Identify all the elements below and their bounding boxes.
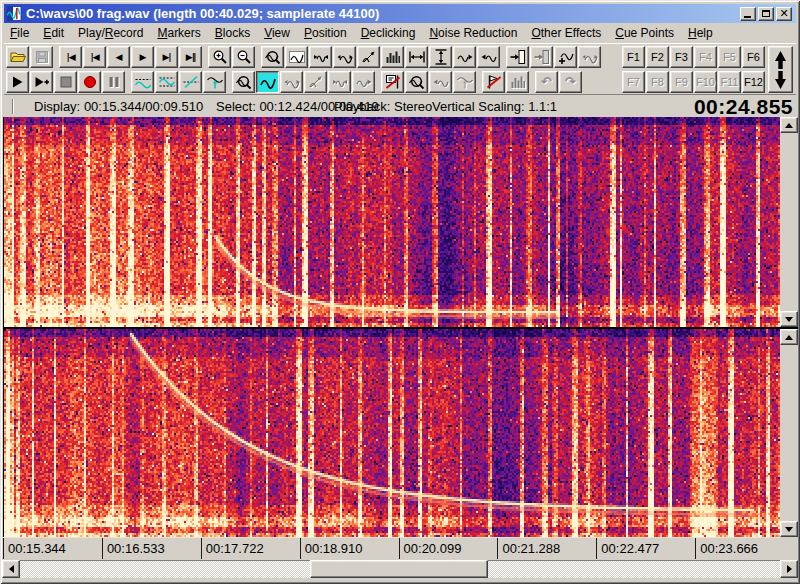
block-boundaries-button[interactable] [333, 46, 356, 68]
scroll-up-button[interactable] [780, 329, 798, 345]
scrollbar-thumb[interactable] [310, 560, 488, 578]
zoom-in-button[interactable] [208, 46, 231, 68]
goto-start-button[interactable]: |◀ [59, 46, 82, 68]
open-file-button[interactable] [6, 46, 29, 68]
ruler-tick-label: 00:15.344 [3, 538, 102, 559]
inspect-wave-button[interactable] [232, 71, 255, 93]
f9-key-button[interactable]: F9 [670, 71, 693, 93]
app-window: C:\wavs\00 frag.wav (length 00:40.029; s… [0, 0, 800, 584]
f10-key-button[interactable]: F10 [694, 71, 717, 93]
maximize-button[interactable] [758, 7, 774, 21]
wave-adjust-button[interactable] [578, 46, 601, 68]
fit-width-button[interactable] [405, 46, 428, 68]
sample-tools-button[interactable] [506, 71, 529, 93]
vertical-scaling-readout: Vertical Scaling: 1.1:1 [432, 99, 557, 114]
menu-play-record[interactable]: Play/Record [72, 25, 149, 41]
close-icon: ✕ [777, 8, 791, 20]
f2-key-button[interactable]: F2 [646, 46, 669, 68]
menu-file[interactable]: File [4, 25, 35, 41]
repair-left-button[interactable] [429, 71, 452, 93]
save-file-button[interactable] [30, 46, 53, 68]
pause-button[interactable] [102, 71, 125, 93]
f4-key-button[interactable]: F4 [694, 46, 717, 68]
f5-key-button[interactable]: F5 [718, 46, 741, 68]
zoom-out-button[interactable] [232, 46, 255, 68]
declick-4-button[interactable] [352, 71, 375, 93]
menu-markers[interactable]: Markers [151, 25, 206, 41]
scroll-left-button[interactable] [2, 560, 20, 578]
declick-2-button[interactable] [304, 71, 327, 93]
stop-button[interactable] [54, 71, 77, 93]
menu-noise-reduction[interactable]: Noise Reduction [423, 25, 523, 41]
zoom-selection-button[interactable] [261, 46, 284, 68]
scroll-wave-right-button[interactable] [453, 46, 476, 68]
next-block-button[interactable]: ▶| [155, 46, 178, 68]
spectrogram-view-button[interactable] [256, 71, 279, 93]
f11-key-button[interactable]: F11 [718, 71, 741, 93]
menu-view[interactable]: View [258, 25, 296, 41]
amplify-button[interactable] [203, 71, 226, 93]
interpolate-button[interactable] [179, 71, 202, 93]
minimize-button[interactable] [740, 7, 756, 21]
menu-blocks[interactable]: Blocks [209, 25, 256, 41]
vertical-zoom-button[interactable] [768, 46, 793, 93]
goto-end-button[interactable]: ▶‖ [179, 46, 202, 68]
menu-help[interactable]: Help [682, 25, 719, 41]
declick-1-button[interactable] [280, 71, 303, 93]
fit-height-button[interactable] [429, 46, 452, 68]
declick-3-button[interactable] [328, 71, 351, 93]
close-button[interactable]: ✕ [776, 7, 792, 21]
goto-cue-button[interactable] [506, 46, 529, 68]
smoothing-mid-button[interactable] [155, 71, 178, 93]
view-whole-file-button[interactable] [285, 46, 308, 68]
f12-key-button[interactable]: F12 [742, 71, 765, 93]
ruler-tick-label: 00:18.910 [300, 538, 399, 559]
scroll-down-button[interactable] [780, 311, 798, 327]
app-icon [6, 6, 22, 21]
menu-declicking[interactable]: Declicking [355, 25, 422, 41]
smoothing-high-button[interactable] [131, 71, 154, 93]
maximize-icon [762, 10, 770, 17]
goto-cue-alt-button[interactable] [530, 46, 553, 68]
left-channel-scrollbar[interactable] [780, 117, 798, 327]
menu-edit[interactable]: Edit [37, 25, 70, 41]
step-back-button[interactable]: ◀ [107, 46, 130, 68]
horizontal-scrollbar[interactable] [2, 559, 798, 579]
redo-button[interactable]: ↷ [559, 71, 582, 93]
scroll-right-button[interactable] [780, 560, 798, 578]
right-channel-scrollbar[interactable] [780, 329, 798, 537]
spectrogram-display [3, 117, 798, 537]
prev-block-button[interactable]: |◀ [83, 46, 106, 68]
time-ruler[interactable]: 00:15.34400:16.53300:17.72200:18.91000:2… [3, 537, 780, 559]
f8-key-button[interactable]: F8 [646, 71, 669, 93]
f1-key-button[interactable]: F1 [622, 46, 645, 68]
add-wave-button[interactable] [554, 46, 577, 68]
record-button[interactable] [78, 71, 101, 93]
f6-key-button[interactable]: F6 [742, 46, 765, 68]
scroll-up-button[interactable] [780, 117, 798, 133]
play-append-button[interactable] [30, 71, 53, 93]
undo-button[interactable]: ↶ [535, 71, 558, 93]
sample-view-button[interactable] [381, 46, 404, 68]
repair-up-button[interactable] [453, 71, 476, 93]
scroll-down-button[interactable] [780, 521, 798, 537]
current-time-readout: 00:24.855 [694, 95, 793, 119]
spectrogram-left-channel[interactable] [4, 117, 780, 327]
cue-marker-button[interactable] [381, 71, 404, 93]
f7-key-button[interactable]: F7 [622, 71, 645, 93]
titlebar[interactable]: C:\wavs\00 frag.wav (length 00:40.029; s… [4, 4, 796, 23]
fit-wave-button[interactable] [357, 46, 380, 68]
zoom-to-block-button[interactable] [309, 46, 332, 68]
menu-cue-points[interactable]: Cue Points [609, 25, 680, 41]
menu-position[interactable]: Position [298, 25, 353, 41]
spectrogram-right-channel[interactable] [4, 329, 780, 537]
f3-key-button[interactable]: F3 [670, 46, 693, 68]
statusbar-separator [12, 99, 14, 114]
play-button[interactable] [6, 71, 29, 93]
menu-other-effects[interactable]: Other Effects [525, 25, 607, 41]
marker-delete-button[interactable] [482, 71, 505, 93]
step-forward-button[interactable]: ▶ [131, 46, 154, 68]
scan-wave-button[interactable] [405, 71, 428, 93]
scroll-wave-left-button[interactable] [477, 46, 500, 68]
ruler-tick-label: 00:20.099 [399, 538, 498, 559]
